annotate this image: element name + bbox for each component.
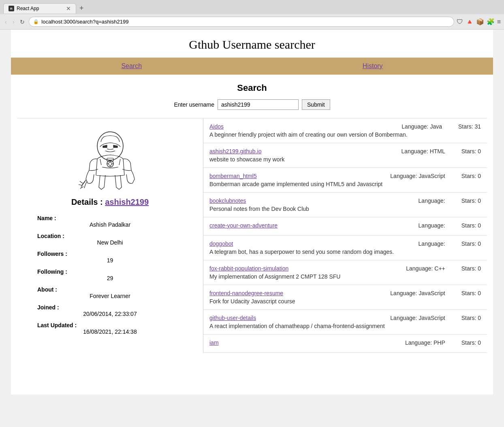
- repo-meta: Language: Java Stars: 31: [401, 123, 481, 130]
- detail-location-row: Location : New Delhi: [37, 233, 183, 246]
- repo-stars: Stars: 0: [461, 315, 481, 321]
- repo-name[interactable]: iam: [209, 339, 219, 346]
- submit-button[interactable]: Submit: [302, 99, 330, 110]
- search-section: Search Enter username Submit: [11, 75, 493, 118]
- extensions-icon[interactable]: 🧩: [487, 18, 495, 26]
- extension-icon[interactable]: 📦: [476, 18, 484, 26]
- svg-line-7: [80, 181, 83, 183]
- details-grid: Name : Ashish Padalkar Location : New De…: [25, 215, 195, 335]
- detail-about-row: About : Forever Learner: [37, 286, 183, 299]
- repo-name[interactable]: ashish2199.github.io: [209, 148, 261, 154]
- reload-button[interactable]: ↻: [18, 18, 26, 26]
- repo-name[interactable]: bomberman_html5: [209, 173, 257, 179]
- repo-stars: Stars: 0: [461, 339, 481, 346]
- nav-tabs: Search History: [11, 58, 493, 75]
- repo-language: Language: C++: [406, 265, 445, 272]
- repo-stars: Stars: 0: [461, 148, 481, 154]
- repo-meta: Language: JavaScript Stars: 0: [390, 315, 481, 321]
- last-updated-value: 16/08/2021, 22:14:38: [37, 328, 183, 335]
- repo-language: Language:: [419, 240, 445, 247]
- repo-stars: Stars: 0: [461, 173, 481, 179]
- back-button[interactable]: ‹: [3, 18, 9, 26]
- repo-language: Language: JavaScript: [390, 290, 445, 296]
- repo-row1: Aidos Language: Java Stars: 31: [209, 123, 481, 130]
- repo-row1: bomberman_html5 Language: JavaScript Sta…: [209, 173, 481, 179]
- repo-description: Bomberman arcade game implemented using …: [209, 181, 481, 187]
- tab-bar: R React App ✕ +: [0, 0, 504, 14]
- repo-row1: bookclubnotes Language: Stars: 0: [209, 197, 481, 204]
- location-label: Location :: [37, 233, 183, 239]
- content-area: Details : ashish2199 Name : Ashish Padal…: [17, 118, 487, 353]
- followers-value: 19: [37, 257, 183, 264]
- repos-panel: Aidos Language: Java Stars: 31 A beginne…: [203, 118, 487, 353]
- last-updated-label: Last Updated :: [37, 322, 183, 328]
- repo-stars: Stars: 0: [461, 240, 481, 247]
- page-wrapper: Gthub Username searcher Search History S…: [11, 30, 493, 395]
- detail-followers-row: Followers : 19: [37, 251, 183, 264]
- joined-label: Joined :: [37, 304, 183, 311]
- repo-stars: Stars: 31: [458, 123, 481, 130]
- joined-value: 20/06/2014, 22:33:07: [37, 311, 183, 317]
- repo-name[interactable]: github-user-details: [209, 315, 256, 321]
- details-heading: Details : ashish2199: [25, 197, 195, 207]
- detail-last-updated-row: Last Updated : 16/08/2021, 22:14:38: [37, 322, 183, 335]
- name-value: Ashish Padalkar: [37, 221, 183, 228]
- brave-shield-icon[interactable]: 🛡: [457, 18, 463, 26]
- detail-name-row: Name : Ashish Padalkar: [37, 215, 183, 228]
- repo-language: Language:: [419, 222, 445, 229]
- repo-name[interactable]: Aidos: [209, 123, 224, 130]
- repo-row1: iam Language: PHP Stars: 0: [209, 339, 481, 346]
- repo-stars: Stars: 0: [461, 290, 481, 296]
- about-label: About :: [37, 286, 183, 293]
- repo-row1: doggobot Language: Stars: 0: [209, 240, 481, 247]
- history-nav-link[interactable]: History: [363, 62, 383, 70]
- repo-item: Aidos Language: Java Stars: 31 A beginne…: [203, 118, 487, 143]
- new-tab-button[interactable]: +: [76, 2, 87, 14]
- tab-close-button[interactable]: ✕: [66, 6, 71, 11]
- menu-icon[interactable]: ≡: [497, 18, 501, 26]
- brave-rewards-icon[interactable]: 🔺: [466, 18, 474, 26]
- repo-row1: fox-rabbit-population-simulation Languag…: [209, 265, 481, 272]
- following-value: 29: [37, 275, 183, 281]
- repo-item: create-your-own-adventure Language: Star…: [203, 217, 487, 236]
- repo-item: doggobot Language: Stars: 0 A telegram b…: [203, 236, 487, 260]
- forward-button[interactable]: ›: [11, 18, 16, 26]
- repo-item: fox-rabbit-population-simulation Languag…: [203, 260, 487, 285]
- nav-icons: 🛡 🔺 📦 🧩 ≡: [457, 18, 501, 26]
- repo-item: ashish2199.github.io Language: HTML Star…: [203, 143, 487, 168]
- address-input[interactable]: [41, 19, 449, 25]
- followers-label: Followers :: [37, 251, 183, 257]
- repo-name[interactable]: doggobot: [209, 240, 233, 247]
- following-label: Following :: [37, 268, 183, 275]
- repo-name[interactable]: bookclubnotes: [209, 197, 246, 204]
- repo-language: Language: PHP: [405, 339, 445, 346]
- repo-item: iam Language: PHP Stars: 0: [203, 335, 487, 353]
- details-prefix: Details :: [71, 197, 105, 206]
- about-value: Forever Learner: [37, 293, 183, 299]
- repo-language: Language: Java: [401, 123, 442, 130]
- detail-joined-row: Joined : 20/06/2014, 22:33:07: [37, 304, 183, 317]
- repo-row1: github-user-details Language: JavaScript…: [209, 315, 481, 321]
- address-bar-container: 🔒: [29, 17, 454, 27]
- repo-item: bomberman_html5 Language: JavaScript Sta…: [203, 168, 487, 193]
- repo-description: A beginner friendly project with aim of …: [209, 131, 481, 138]
- repo-description: Fork for Udacity Javascript course: [209, 298, 481, 305]
- nav-bar: ‹ › ↻ 🔒 🛡 🔺 📦 🧩 ≡: [0, 14, 504, 29]
- repo-name[interactable]: frontend-nanodegree-resume: [209, 290, 283, 296]
- repo-item: frontend-nanodegree-resume Language: Jav…: [203, 285, 487, 310]
- search-form: Enter username Submit: [174, 99, 330, 110]
- repo-item: bookclubnotes Language: Stars: 0 Persona…: [203, 193, 487, 217]
- avatar: [78, 127, 143, 191]
- repo-meta: Language: Stars: 0: [419, 222, 481, 229]
- repo-meta: Language: PHP Stars: 0: [405, 339, 481, 346]
- repo-description: Personal notes from the Dev Book Club: [209, 206, 481, 212]
- repo-name[interactable]: create-your-own-adventure: [209, 222, 278, 229]
- search-nav-link[interactable]: Search: [121, 62, 142, 70]
- repo-language: Language: JavaScript: [390, 173, 445, 179]
- search-input[interactable]: [218, 99, 299, 110]
- browser-tab[interactable]: R React App ✕: [3, 3, 76, 13]
- repo-row1: create-your-own-adventure Language: Star…: [209, 222, 481, 229]
- repo-name[interactable]: fox-rabbit-population-simulation: [209, 265, 288, 272]
- repo-description: My implementation of Assignment 2 CMPT 1…: [209, 273, 481, 280]
- username-link[interactable]: ashish2199: [105, 197, 149, 206]
